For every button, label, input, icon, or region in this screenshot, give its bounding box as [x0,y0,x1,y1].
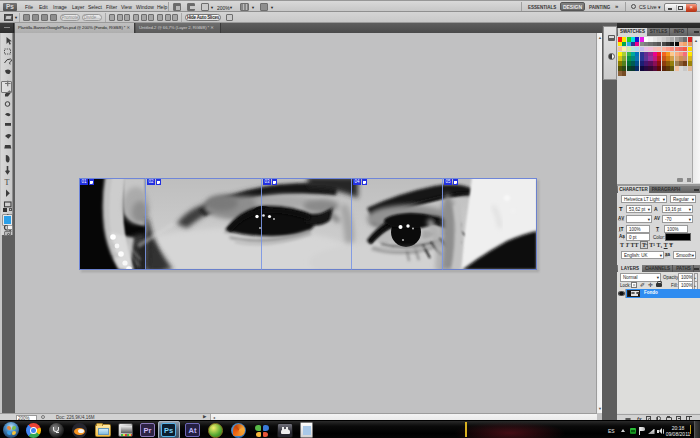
svg-text:T: T [5,178,10,187]
